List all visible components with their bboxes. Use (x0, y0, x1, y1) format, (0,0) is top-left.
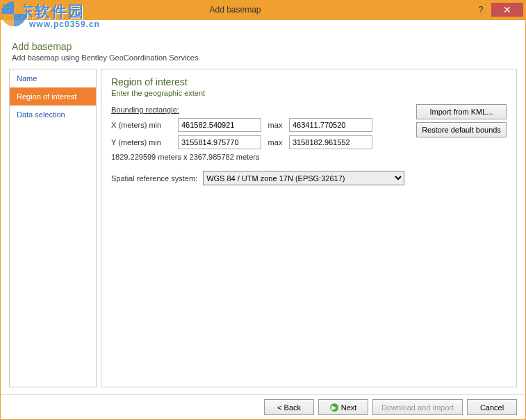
srs-label: Spatial reference system: (111, 174, 197, 183)
next-button[interactable]: ▶ Next (318, 399, 368, 415)
sidebar-item-data-selection[interactable]: Data selection (10, 106, 96, 124)
next-arrow-icon: ▶ (330, 403, 338, 412)
import-kml-button[interactable]: Import from KML... (416, 104, 507, 119)
panel-title: Region of interest (111, 76, 507, 87)
dimensions-text: 1829.229599 meters x 2367.985782 meters (111, 153, 507, 161)
back-button[interactable]: < Back (264, 399, 314, 415)
x-min-label: X (meters) min (111, 121, 174, 129)
window-title: Add basemap (0, 5, 470, 15)
sidebar-item-name[interactable]: Name (10, 69, 96, 87)
srs-row: Spatial reference system: WGS 84 / UTM z… (111, 171, 507, 185)
x-max-input[interactable] (289, 118, 372, 132)
y-max-label: max (265, 138, 285, 146)
x-max-label: max (265, 121, 285, 129)
content-row: Name Region of interest Data selection R… (1, 69, 525, 394)
download-import-button: Download and import (372, 399, 463, 415)
restore-bounds-button[interactable]: Restore default bounds (416, 122, 507, 137)
y-row: Y (meters) min max (111, 135, 507, 149)
y-min-input[interactable] (178, 135, 261, 149)
header-title: Add basemap (12, 41, 514, 52)
cancel-button[interactable]: Cancel (467, 399, 517, 415)
main-panel: Region of interest Enter the geographic … (101, 69, 517, 387)
footer: < Back ▶ Next Download and import Cancel (1, 394, 525, 419)
next-label: Next (341, 403, 357, 412)
window-body: Add basemap Add basemap using Bentley Ge… (0, 19, 526, 420)
y-min-label: Y (meters) min (111, 138, 174, 146)
srs-select[interactable]: WGS 84 / UTM zone 17N (EPSG:32617) (203, 171, 404, 185)
titlebar: Add basemap ? ✕ (0, 0, 526, 19)
header-subtitle: Add basemap using Bentley GeoCoordinatio… (12, 53, 514, 62)
sidebar-item-region-of-interest[interactable]: Region of interest (10, 87, 96, 106)
help-button[interactable]: ? (470, 3, 491, 17)
y-max-input[interactable] (289, 135, 372, 149)
panel-subtitle: Enter the geographic extent (111, 89, 507, 97)
sidebar: Name Region of interest Data selection (9, 69, 97, 387)
header: Add basemap Add basemap using Bentley Ge… (1, 20, 525, 69)
x-min-input[interactable] (178, 118, 261, 132)
close-button[interactable]: ✕ (491, 3, 523, 17)
right-buttons: Import from KML... Restore default bound… (416, 104, 507, 137)
